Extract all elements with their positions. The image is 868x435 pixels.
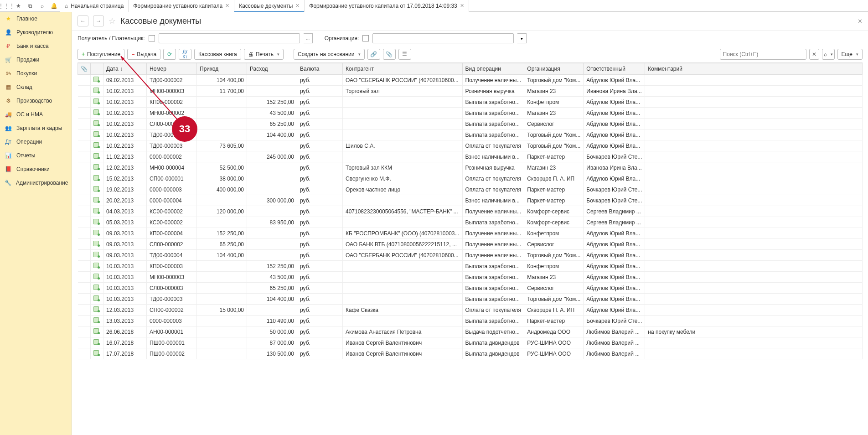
col-status[interactable] — [91, 63, 103, 75]
more-button[interactable]: Еще — [837, 49, 863, 60]
table-row[interactable]: 10.03.2013ТД00-000003104 400,00руб.Выпла… — [78, 294, 863, 305]
tab-close-icon[interactable]: ✕ — [460, 3, 464, 9]
table-row[interactable]: 10.02.2013СЛ00-00000265 250,00руб.Выплат… — [78, 119, 863, 129]
payer-picker-button[interactable]: ... — [304, 33, 313, 43]
back-button[interactable]: ← — [78, 16, 88, 26]
cell-attach — [78, 239, 91, 250]
table-row[interactable]: 10.03.2013КП00-000003152 250,00руб.Выпла… — [78, 261, 863, 272]
search-icon[interactable]: ⌕ — [38, 2, 46, 10]
sidebar-item[interactable]: ДтОперации — [0, 135, 72, 149]
sidebar-item[interactable]: 🔧Администрирование — [0, 176, 72, 190]
table-row[interactable]: 11.02.20130000-000002245 000,00руб.Взнос… — [78, 151, 863, 162]
table-row[interactable]: 04.03.2013КС00-000002120 000,00руб.40710… — [78, 206, 863, 217]
link-button[interactable]: 🔗 — [367, 49, 380, 60]
sidebar-item[interactable]: ▦Склад — [0, 80, 72, 94]
table-row[interactable]: 09.03.2013СЛ00-00000265 250,00руб.ОАО БА… — [78, 239, 863, 250]
tab-close-icon[interactable]: ✕ — [225, 3, 229, 9]
table-row[interactable]: 09.03.2013ТД00-000004104 400,00руб.ОАО "… — [78, 250, 863, 261]
table-row[interactable]: 15.02.2013СП00-00000138 000,00руб.Свергу… — [78, 173, 863, 184]
create-based-button[interactable]: Создать на основании — [294, 49, 365, 60]
col-counterparty[interactable]: Контрагент — [343, 63, 463, 75]
cell-responsible: Бочкарев Юрий Сте... — [584, 195, 645, 206]
table-row[interactable]: 05.03.2013КС00-00000283 950,00руб.Выплат… — [78, 217, 863, 228]
table-row[interactable]: 20.02.20130000-000004300 000,00руб.Взнос… — [78, 195, 863, 206]
list-button[interactable]: ☰ — [398, 49, 411, 60]
refresh-button[interactable]: ⟳ — [163, 49, 176, 60]
table-row[interactable]: 10.02.2013МН00-00000243 500,00руб.Выплат… — [78, 108, 863, 119]
cell-currency: руб. — [297, 119, 343, 129]
sidebar-item[interactable]: 🛒Продажи — [0, 53, 72, 67]
table-row[interactable]: 19.02.20130000-000003400 000,00руб.Орехо… — [78, 184, 863, 195]
table-row[interactable]: 10.03.2013МН00-00000343 500,00руб.Выплат… — [78, 272, 863, 283]
sidebar-item[interactable]: 👤Руководителю — [0, 26, 72, 39]
search-clear-button[interactable]: ✕ — [809, 49, 819, 60]
col-attach[interactable]: 📎 — [78, 63, 91, 75]
col-income[interactable]: Приход — [197, 63, 247, 75]
forward-button[interactable]: → — [93, 16, 104, 26]
tab[interactable]: ⌂Начальная страница — [60, 0, 129, 12]
sidebar-item[interactable]: 📊Отчеты — [0, 149, 72, 162]
bell-icon[interactable]: 🔔 — [50, 2, 57, 10]
table-row[interactable]: 09.03.2013КП00-000004152 250,00руб.КБ "Р… — [78, 228, 863, 239]
col-org[interactable]: Организация — [524, 63, 584, 75]
sidebar-item[interactable]: ⚙Производство — [0, 94, 72, 108]
table-row[interactable]: 26.06.2018АН00-00000150 000,00руб.Акимов… — [78, 326, 863, 337]
search-options-button[interactable]: ⌕ — [822, 49, 835, 60]
sidebar-item[interactable]: 👥Зарплата и кадры — [0, 121, 72, 135]
col-expense[interactable]: Расход — [247, 63, 297, 75]
tab-close-icon[interactable]: ✕ — [295, 3, 300, 9]
cell-status — [91, 108, 103, 119]
org-dropdown-button[interactable]: ▾ — [517, 33, 527, 43]
doc-posted-icon — [93, 241, 99, 246]
org-checkbox[interactable] — [362, 35, 369, 41]
print-button[interactable]: 🖨Печать — [244, 49, 284, 60]
search-input[interactable] — [720, 49, 806, 60]
cell-responsible: Абдулов Юрий Вла... — [584, 294, 645, 305]
table-row[interactable]: 10.02.2013ТД00-000002104 400,00руб.Выпла… — [78, 129, 863, 140]
col-currency[interactable]: Валюта — [297, 63, 343, 75]
col-op-type[interactable]: Вид операции — [462, 63, 524, 75]
table-row[interactable]: 12.03.2013СП00-00000215 000,00руб.Кафе С… — [78, 305, 863, 316]
apps-icon[interactable]: ⋮⋮⋮ — [3, 2, 10, 10]
table-row[interactable]: 16.07.2018ПШ00-00000187 000,00руб.Иванов… — [78, 337, 863, 348]
table-row[interactable]: 10.03.2013СЛ00-00000365 250,00руб.Выплат… — [78, 283, 863, 294]
cell-attach — [78, 140, 91, 151]
cell-income: 400 000,00 — [197, 184, 247, 195]
favorite-icon[interactable]: ☆ — [108, 16, 116, 26]
table-row[interactable]: 10.02.2013КП00-000002152 250,00руб.Выпла… — [78, 97, 863, 108]
col-number[interactable]: Номер — [147, 63, 197, 75]
close-page-icon[interactable]: ✕ — [858, 18, 863, 25]
sidebar-item[interactable]: 🚚ОС и НМА — [0, 108, 72, 121]
col-responsible[interactable]: Ответственный — [584, 63, 645, 75]
sidebar-item[interactable]: ★Главное — [0, 12, 72, 26]
income-button[interactable]: +Поступление — [78, 49, 124, 60]
table-row[interactable]: 12.02.2013МН00-00000452 500,00руб.Торгов… — [78, 162, 863, 173]
copy-icon[interactable]: ⧉ — [26, 2, 34, 10]
cell-comment — [645, 261, 863, 272]
cell-org: Торговый дом "Ком... — [524, 129, 584, 140]
payer-input[interactable] — [159, 33, 300, 43]
table-row[interactable]: 09.02.2013ТД00-000002104 400,00руб.ОАО "… — [78, 75, 863, 86]
table-row[interactable]: 13.03.20130000-000003110 490,00руб.Выпла… — [78, 316, 863, 326]
col-comment[interactable]: Комментарий — [645, 63, 863, 75]
payer-checkbox[interactable] — [149, 35, 155, 41]
cashbook-button[interactable]: Кассовая книга — [194, 49, 241, 60]
star-icon[interactable]: ★ — [15, 2, 22, 10]
tab[interactable]: Формирование уставного капитала от 17.09… — [305, 0, 469, 12]
dk-button[interactable]: ДтКт — [179, 49, 191, 60]
tab[interactable]: Формирование уставного капитала✕ — [129, 0, 234, 12]
tab[interactable]: Кассовые документы✕ — [234, 0, 305, 12]
attach-button[interactable]: 📎 — [383, 49, 396, 60]
sidebar-item[interactable]: 🛍Покупки — [0, 67, 72, 80]
sidebar-item[interactable]: 📕Справочники — [0, 162, 72, 176]
table-row[interactable]: 17.07.2018ПШ00-000002130 500,00руб.Ивано… — [78, 348, 863, 359]
cell-status — [91, 206, 103, 217]
table-row[interactable]: 10.02.2013МН00-00000311 700,00руб.Торгов… — [78, 86, 863, 97]
cell-responsible: Любимов Валерий ... — [584, 337, 645, 348]
table-row[interactable]: 10.02.2013ТД00-00000373 605,00руб.Шилов … — [78, 140, 863, 151]
org-input[interactable] — [372, 33, 514, 43]
cell-status — [91, 348, 103, 359]
sidebar-item[interactable]: ₽Банк и касса — [0, 39, 72, 53]
col-date[interactable]: Дата — [103, 63, 147, 75]
outcome-button[interactable]: −Выдача — [127, 49, 160, 60]
